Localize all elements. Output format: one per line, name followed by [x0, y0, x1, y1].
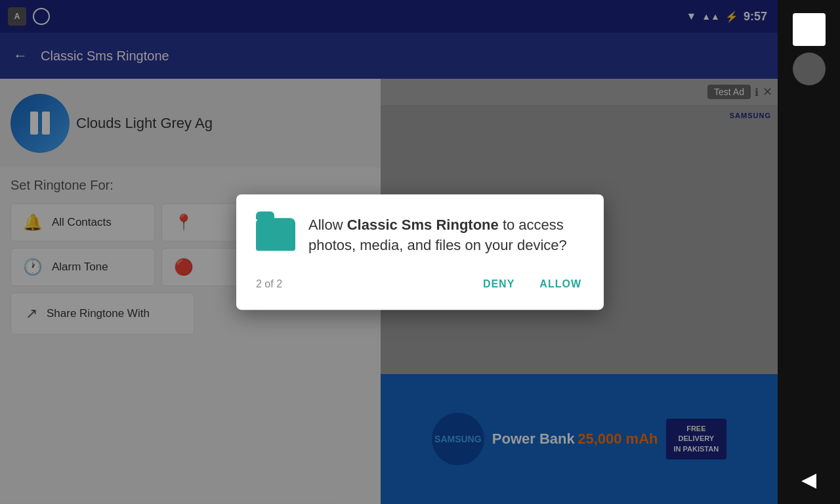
- dialog-footer: 2 of 2 DENY ALLOW: [256, 274, 584, 294]
- dialog-app-name: Classic Sms Ringtone: [347, 217, 499, 233]
- deny-button[interactable]: DENY: [480, 274, 517, 294]
- dialog-message: Allow Classic Sms Ringtone to access pho…: [308, 215, 584, 256]
- nav-top: [793, 13, 826, 85]
- dialog-counter: 2 of 2: [256, 278, 282, 290]
- dialog-actions: DENY ALLOW: [480, 274, 584, 294]
- dialog-header: Allow Classic Sms Ringtone to access pho…: [256, 215, 584, 256]
- allow-button[interactable]: ALLOW: [537, 274, 584, 294]
- side-nav: ◀: [778, 0, 840, 504]
- nav-square-button[interactable]: [793, 13, 826, 46]
- nav-circle-button[interactable]: [793, 52, 826, 85]
- folder-icon: [256, 218, 295, 251]
- nav-back-button[interactable]: ◀: [801, 468, 816, 491]
- permission-dialog: Allow Classic Sms Ringtone to access pho…: [236, 194, 604, 310]
